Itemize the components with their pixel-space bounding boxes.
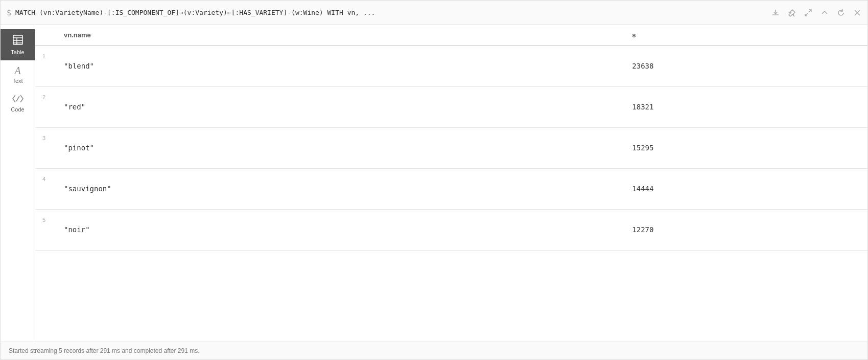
- status-message: Started streaming 5 records after 291 ms…: [9, 347, 200, 354]
- sidebar-item-table[interactable]: Table: [1, 29, 35, 60]
- pin-icon[interactable]: [788, 9, 796, 17]
- row-number: 1: [35, 46, 56, 86]
- col-header-s: s: [624, 25, 867, 46]
- table-container: vn.name s 1"blend"236382"red"183213"pino…: [35, 25, 867, 342]
- chevron-up-icon[interactable]: [820, 9, 829, 17]
- main-container: $ MATCH (vn:VarietyName)-[:IS_COMPONENT_…: [0, 0, 868, 360]
- table-row: 4"sauvignon"14444: [35, 168, 867, 209]
- row-s-value: 15295: [624, 127, 867, 168]
- row-s-value: 23638: [624, 46, 867, 86]
- sidebar-text-label: Text: [12, 78, 22, 84]
- row-vn-name: "sauvignon": [56, 168, 624, 209]
- top-bar: $ MATCH (vn:VarietyName)-[:IS_COMPONENT_…: [1, 1, 867, 25]
- code-icon: [12, 94, 24, 104]
- col-header-vn-name: vn.name: [56, 25, 624, 46]
- row-s-value: 18321: [624, 86, 867, 127]
- table-icon: [12, 34, 24, 47]
- table-header-row: vn.name s: [35, 25, 867, 46]
- sidebar-item-code[interactable]: Code: [1, 89, 35, 118]
- main-content: Table A Text Code: [1, 25, 867, 342]
- row-s-value: 14444: [624, 168, 867, 209]
- row-number: 4: [35, 168, 56, 209]
- sidebar-item-text[interactable]: A Text: [1, 60, 35, 89]
- row-number: 3: [35, 127, 56, 168]
- query-area: $ MATCH (vn:VarietyName)-[:IS_COMPONENT_…: [7, 8, 771, 17]
- row-number: 2: [35, 86, 56, 127]
- close-icon[interactable]: [853, 9, 861, 17]
- table-row: 3"pinot"15295: [35, 127, 867, 168]
- refresh-icon[interactable]: [837, 9, 845, 17]
- dollar-sign: $: [7, 8, 11, 17]
- table-row: 5"noir"12270: [35, 209, 867, 250]
- row-vn-name: "blend": [56, 46, 624, 86]
- data-table: vn.name s 1"blend"236382"red"183213"pino…: [35, 25, 867, 251]
- expand-icon[interactable]: [804, 9, 812, 17]
- row-number: 5: [35, 209, 56, 250]
- text-icon: A: [14, 65, 20, 76]
- status-bar: Started streaming 5 records after 291 ms…: [1, 342, 867, 359]
- sidebar-code-label: Code: [11, 106, 24, 112]
- sidebar: Table A Text Code: [1, 25, 35, 342]
- row-s-value: 12270: [624, 209, 867, 250]
- row-num-header: [35, 25, 56, 46]
- row-vn-name: "pinot": [56, 127, 624, 168]
- table-row: 2"red"18321: [35, 86, 867, 127]
- toolbar-icons: [771, 9, 861, 17]
- download-icon[interactable]: [771, 9, 780, 17]
- table-row: 1"blend"23638: [35, 46, 867, 86]
- row-vn-name: "red": [56, 86, 624, 127]
- sidebar-table-label: Table: [11, 49, 24, 55]
- query-text: MATCH (vn:VarietyName)-[:IS_COMPONENT_OF…: [15, 9, 375, 16]
- row-vn-name: "noir": [56, 209, 624, 250]
- svg-line-5: [16, 96, 19, 101]
